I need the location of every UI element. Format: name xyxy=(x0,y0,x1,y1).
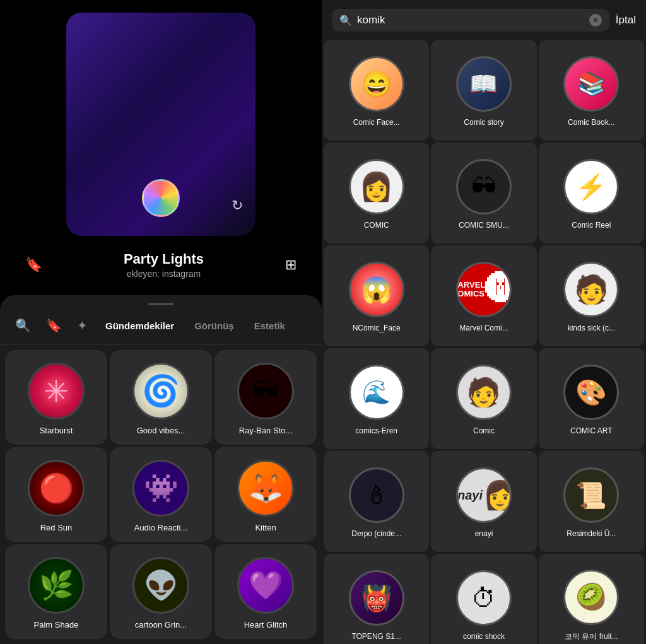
result-label-ncomic: NComic_Face xyxy=(353,324,401,332)
effect-circle-kitten xyxy=(237,460,294,517)
tab-aesthetic[interactable]: Estetik xyxy=(247,317,293,335)
result-label-resimdeki: Resimdeki Ü... xyxy=(567,529,616,538)
effect-item-rayban[interactable]: Ray-Ban Sto... xyxy=(214,350,317,445)
left-panel: ↻ 🔖 Party Lights ekleyen: instagram ⊞ 🔍 … xyxy=(0,0,322,644)
effect-label-starburst: Starburst xyxy=(40,426,73,435)
enayi-text: enayi xyxy=(456,488,483,503)
result-item-comic2[interactable]: Comic xyxy=(431,348,536,449)
filter-name-block: Party Lights ekleyen: instagram xyxy=(124,251,204,279)
result-item-comicbook[interactable]: Comic Book... xyxy=(539,40,644,141)
search-input[interactable] xyxy=(357,14,584,26)
bookmark-icon[interactable]: 🔖 xyxy=(25,257,42,273)
result-item-comicar[interactable]: COMIC ART xyxy=(539,348,644,449)
result-circle-comicreel xyxy=(563,159,619,214)
result-item-derpo[interactable]: Derpo (cinde... xyxy=(324,451,429,552)
effects-grid: Starburst Good vibes... Ray-Ban Sto... R… xyxy=(0,345,322,644)
effect-label-kitten: Kitten xyxy=(255,523,276,532)
result-circle-enayi: enayi xyxy=(456,467,512,523)
results-grid: Comic Face... Comic story Comic Book... … xyxy=(322,38,646,644)
search-clear-button[interactable]: ✕ xyxy=(589,14,602,26)
effect-label-goodvibes: Good vibes... xyxy=(137,426,185,435)
result-label-enayi: enayi xyxy=(475,529,493,538)
result-item-marvel[interactable]: MARVELCOMICS Marvel Comi... xyxy=(431,245,536,346)
filter-author: ekleyen: instagram xyxy=(124,269,204,279)
result-label-comicstory: Comic story xyxy=(464,118,503,127)
result-circle-comicbook xyxy=(563,56,619,112)
sort-tab-icon[interactable]: ✦ xyxy=(72,314,93,337)
result-circle-comicseren xyxy=(349,365,404,420)
result-label-comicface: Comic Face... xyxy=(353,118,400,127)
result-item-kindssick[interactable]: kinds sick (c... xyxy=(539,245,644,346)
result-circle-comicsmu xyxy=(456,159,512,214)
result-label-comicshock: comic shock xyxy=(463,632,505,641)
effect-circle-heartglitch xyxy=(237,557,294,614)
filter-preview: ↻ xyxy=(66,13,255,236)
effect-circle-redsun xyxy=(28,460,85,517)
result-circle-komik xyxy=(563,570,619,625)
result-circle-derpo xyxy=(349,467,404,523)
result-circle-comicstory xyxy=(456,56,512,112)
effect-circle-palm xyxy=(28,557,85,614)
filter-color-wheel xyxy=(142,179,180,217)
result-label-comicsmu: COMIC SMU... xyxy=(459,221,509,230)
effect-item-starburst[interactable]: Starburst xyxy=(5,350,107,445)
result-label-komik: 코믹 유머 fruit... xyxy=(565,631,618,642)
result-circle-topeng xyxy=(349,570,404,626)
search-bar: 🔍 ✕ İptal xyxy=(322,0,646,38)
result-circle-resimdeki xyxy=(563,467,619,523)
result-circle-comicar xyxy=(563,365,619,420)
result-item-comicstory[interactable]: Comic story xyxy=(431,40,536,141)
result-circle-marvel: MARVELCOMICS xyxy=(456,262,512,317)
search-icon: 🔍 xyxy=(339,15,352,26)
cancel-button[interactable]: İptal xyxy=(616,14,636,26)
effect-item-goodvibes[interactable]: Good vibes... xyxy=(110,350,212,445)
result-circle-comic xyxy=(349,159,404,214)
result-item-comicsmu[interactable]: COMIC SMU... xyxy=(431,143,536,243)
add-icon[interactable]: ⊞ xyxy=(285,257,297,273)
bookmark-tab-icon[interactable]: 🔖 xyxy=(41,314,67,337)
effect-circle-audio xyxy=(132,460,189,517)
effect-label-rayban: Ray-Ban Sto... xyxy=(239,426,293,435)
result-label-comicseren: comics-Eren xyxy=(355,426,397,435)
marvel-text: MARVELCOMICS xyxy=(456,281,485,299)
result-item-comic[interactable]: COMIC xyxy=(324,143,429,243)
effect-item-palm[interactable]: Palm Shade xyxy=(5,544,107,639)
effect-label-audio: Audio Reacti... xyxy=(134,523,188,532)
effect-item-cartoon[interactable]: cartoon Grin... xyxy=(110,544,212,639)
effect-label-redsun: Red Sun xyxy=(40,523,73,532)
search-tab-icon[interactable]: 🔍 xyxy=(10,314,36,337)
result-item-topeng[interactable]: TOPENG S1... xyxy=(324,554,429,644)
result-item-comicface[interactable]: Comic Face... xyxy=(324,40,429,141)
result-label-topeng: TOPENG S1... xyxy=(351,632,401,641)
result-item-komik[interactable]: 코믹 유머 fruit... xyxy=(539,554,644,644)
result-label-comic: COMIC xyxy=(364,221,389,230)
effect-item-heartglitch[interactable]: Heart Glitch xyxy=(214,544,317,639)
result-label-comicreel: Comic Reel xyxy=(572,221,611,230)
sheet-tabs: 🔍 🔖 ✦ Gündemdekiler Görünüş Estetik xyxy=(0,314,322,345)
filter-name: Party Lights xyxy=(124,251,204,267)
result-item-comicreel[interactable]: Comic Reel xyxy=(539,143,644,243)
search-input-wrap[interactable]: 🔍 ✕ xyxy=(332,9,609,32)
refresh-icon[interactable]: ↻ xyxy=(232,197,243,214)
result-item-enayi[interactable]: enayi enayi xyxy=(431,451,536,552)
effect-circle-goodvibes xyxy=(132,363,189,419)
result-label-comicbook: Comic Book... xyxy=(568,118,615,127)
result-circle-comicshock xyxy=(456,570,512,626)
result-circle-ncomic xyxy=(349,262,404,317)
result-item-ncomic[interactable]: NComic_Face xyxy=(324,245,429,346)
result-label-comic2: Comic xyxy=(473,426,495,435)
tab-appearance[interactable]: Görünüş xyxy=(187,317,242,335)
result-circle-comic2 xyxy=(456,365,512,420)
result-label-marvel: Marvel Comi... xyxy=(459,324,508,332)
result-label-derpo: Derpo (cinde... xyxy=(351,529,401,538)
result-circle-comicface xyxy=(349,56,404,112)
tab-trending[interactable]: Gündemdekiler xyxy=(98,317,182,335)
sheet-handle xyxy=(148,303,173,305)
result-item-comicshock[interactable]: comic shock xyxy=(431,554,536,644)
effect-item-kitten[interactable]: Kitten xyxy=(214,447,317,542)
result-item-comicseren[interactable]: comics-Eren xyxy=(324,348,429,449)
result-item-resimdeki[interactable]: Resimdeki Ü... xyxy=(539,451,644,552)
effect-item-redsun[interactable]: Red Sun xyxy=(5,447,107,542)
effect-item-audio[interactable]: Audio Reacti... xyxy=(110,447,212,542)
result-label-comicar: COMIC ART xyxy=(570,426,612,435)
